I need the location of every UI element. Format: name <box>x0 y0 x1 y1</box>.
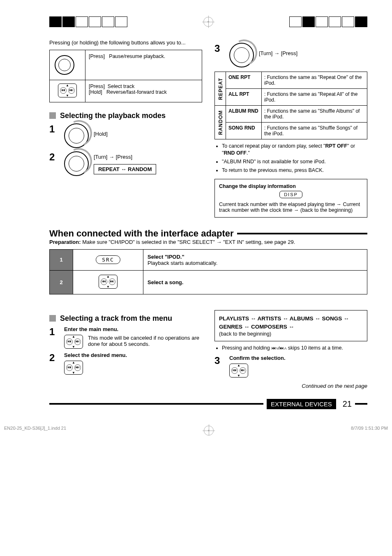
mode-name: ALL RPT <box>226 89 262 106</box>
dpad-icon: ⏮⏭ <box>64 361 83 375</box>
src-button-icon: SRC <box>96 255 120 264</box>
playback-modes-table: REPEAT ONE RPT : Functions the same as "… <box>214 72 367 139</box>
repeat-group-label: REPEAT <box>215 72 226 106</box>
mode-desc: : Functions the same as "Shuffle Songs" … <box>262 123 367 139</box>
section-bullet-icon <box>49 315 56 322</box>
mode-desc: : Functions the same as "Shuffle Albums"… <box>262 106 367 123</box>
display-info-box: Change the display information DISP Curr… <box>214 179 367 218</box>
display-info-body: Current track number with the elapsed pl… <box>219 202 363 213</box>
timestamp-label: 8/7/09 1:51:30 PM <box>351 426 388 436</box>
continued-note: Continued on the next page <box>214 383 367 389</box>
step-number: 1 <box>49 123 59 135</box>
section-heading: Selecting a track from the menu <box>60 314 172 323</box>
step-title: Select the desired menu. <box>64 352 202 358</box>
dpad-icon: ⏮⏭ <box>99 275 118 289</box>
display-info-title: Change the display information <box>219 183 363 189</box>
menu-sequence: PLAYLISTS ↔ ARTISTS ↔ ALBUMS ↔ SONGS ↔ G… <box>219 315 363 331</box>
knob-icon <box>55 55 74 75</box>
register-marks <box>49 16 367 27</box>
notes-list: Pressing and holding ⏮∨/⏭∧ skips 10 item… <box>214 345 367 352</box>
menu-sequence-back: (back to the beginning) <box>219 331 363 337</box>
step-number: 2 <box>49 151 59 163</box>
step-body: This mode will be canceled if no operati… <box>88 335 202 349</box>
action-label: [Press] <box>89 83 105 89</box>
mode-name: ALBUM RND <box>226 106 262 123</box>
preparation-label: Preparation: <box>49 239 81 245</box>
step-label: [Turn] → [Press] <box>94 154 202 160</box>
step-number: 3 <box>214 43 224 54</box>
action-label: [Press] <box>89 53 105 59</box>
button-actions-table: [Press] Pause/resume playback. ⏮⏭ [Press… <box>49 50 202 102</box>
mode-desc: : Functions the same as "Repeat All" of … <box>262 89 367 106</box>
intro-text: Pressing (or holding) the following butt… <box>49 39 202 46</box>
step-number: 1 <box>50 249 73 270</box>
connection-steps-table: 1 SRC Select "IPOD." Playback starts aut… <box>49 249 367 294</box>
step-title: Select a song. <box>148 279 363 285</box>
section-bullet-icon <box>49 112 56 119</box>
step-title: Enter the main menu. <box>64 326 202 332</box>
step-body: Playback starts automatically. <box>148 260 363 266</box>
menu-sequence-box: PLAYLISTS ↔ ARTISTS ↔ ALBUMS ↔ SONGS ↔ G… <box>214 310 367 342</box>
dpad-icon: ⏮⏭ <box>58 83 77 97</box>
step-title: Confirm the selection. <box>229 355 367 361</box>
mode-desc: : Functions the same as "Repeat One" of … <box>262 72 367 89</box>
section-heading: Selecting the playback modes <box>60 111 166 120</box>
random-group-label: RANDOM <box>215 106 226 139</box>
step-label: [Hold] <box>94 123 202 137</box>
disp-button-icon: DISP <box>279 191 302 198</box>
mode-name: ONE RPT <box>226 72 262 89</box>
step-number: 2 <box>49 352 59 364</box>
source-file-label: EN20-25_KD-S36[J]_1.indd 21 <box>4 426 66 436</box>
notes-list: To cancel repeat play or random play, se… <box>214 143 367 174</box>
step-number: 3 <box>214 355 224 366</box>
dpad-icon: ⏮⏭ <box>229 364 248 378</box>
page-number: 21 <box>343 399 352 409</box>
step-number: 1 <box>49 326 59 338</box>
prev-next-icons: ⏮∨/⏭∧ <box>271 345 286 351</box>
step-number: 2 <box>50 270 73 294</box>
step-title: Select "IPOD." <box>148 254 363 260</box>
footer-section-label: EXTERNAL DEVICES <box>267 399 336 409</box>
mode-toggle-box: REPEAT ↔ RANDOM <box>94 164 156 174</box>
step-label: [Turn] → [Press] <box>259 43 367 56</box>
action-desc: Select track <box>108 83 134 89</box>
section-heading: When connected with the interface adapte… <box>49 228 234 239</box>
action-label: [Hold] <box>89 89 102 95</box>
action-desc: Pause/resume playback. <box>109 53 165 59</box>
mode-name: SONG RND <box>226 123 262 139</box>
action-desc: Reverse/fast-forward track <box>106 89 167 95</box>
preparation-body: Make sure "CH/IPOD" is selected in the "… <box>82 239 295 245</box>
dpad-icon: ⏮⏭ <box>64 335 83 349</box>
